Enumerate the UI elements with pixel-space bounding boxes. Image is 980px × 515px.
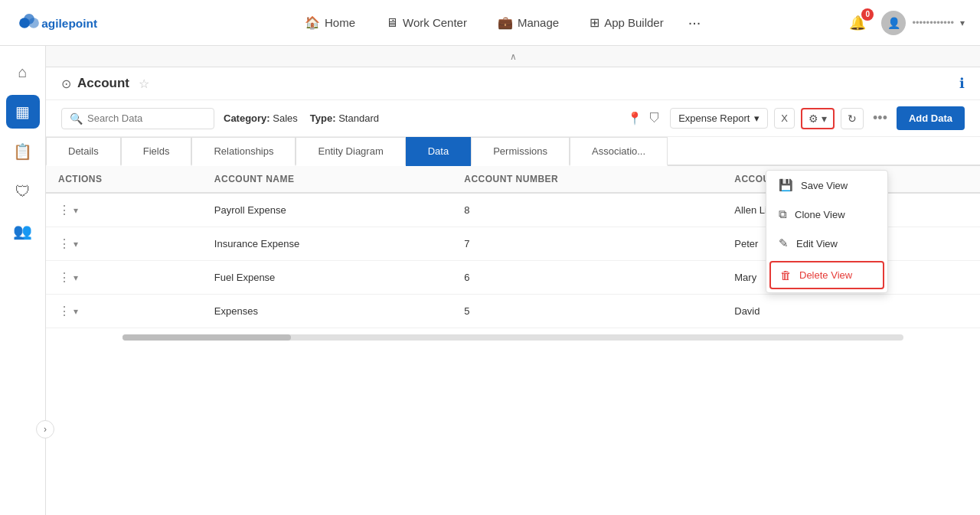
clone-icon: ⧉ <box>779 207 787 221</box>
row-account-number: 7 <box>452 227 722 261</box>
row-expand-button[interactable]: ▾ <box>74 306 78 317</box>
row-actions: ⋮ ▾ <box>46 227 202 261</box>
nav-app-builder[interactable]: ⊞ App Builder <box>577 9 676 36</box>
grid-icon: ⊞ <box>590 15 599 30</box>
delete-icon: 🗑 <box>780 269 792 282</box>
shield-sidebar-icon: 🛡 <box>15 183 31 200</box>
nav-home-label: Home <box>325 16 355 29</box>
row-account-name: Fuel Expense <box>202 261 452 295</box>
nav-manage[interactable]: 💼 Manage <box>485 9 571 36</box>
row-expand-button[interactable]: ▾ <box>74 205 78 216</box>
settings-chevron: ▾ <box>822 112 827 125</box>
chevron-up-icon: ∧ <box>510 51 517 62</box>
info-icon[interactable]: ℹ <box>959 75 965 92</box>
sidebar-item-home[interactable]: ⌂ <box>6 55 40 89</box>
tab-data[interactable]: Data <box>406 137 471 166</box>
chevron-down-icon: ▾ <box>960 18 965 28</box>
home-sidebar-icon: ⌂ <box>18 64 27 81</box>
layout: ⌂ ▦ 📋 🛡 👥 › ∧ ⊙ Account ☆ ℹ <box>0 46 980 515</box>
reports-sidebar-icon: 📋 <box>13 142 32 161</box>
add-data-button[interactable]: Add Data <box>897 106 965 130</box>
nav-home[interactable]: 🏠 Home <box>292 9 368 36</box>
sidebar-item-data[interactable]: ▦ <box>6 95 40 129</box>
back-button[interactable]: ⊙ <box>61 77 71 91</box>
excel-button[interactable]: X <box>774 108 795 129</box>
nav-more-button[interactable]: ··· <box>682 11 707 34</box>
dropdown-edit-view[interactable]: ✎ Edit View <box>766 229 887 258</box>
row-account-name: Expenses <box>202 295 452 328</box>
tab-details[interactable]: Details <box>46 137 121 166</box>
search-input[interactable] <box>87 112 194 124</box>
more-options-button[interactable]: ••• <box>870 110 890 126</box>
table-row: ⋮ ▾ Expenses 5 David <box>46 295 980 328</box>
users-sidebar-icon: 👥 <box>13 222 32 240</box>
save-icon: 💾 <box>779 178 793 192</box>
page-header: ⊙ Account ☆ ℹ <box>46 67 980 100</box>
row-actions: ⋮ ▾ <box>46 295 202 328</box>
main-nav: 🏠 Home 🖥 Work Center 💼 Manage ⊞ App Buil… <box>153 9 846 36</box>
row-account-owner: David <box>722 295 980 328</box>
toolbar: 🔍 Category: Sales Type: Standard 📍 ⛉ Exp… <box>46 100 980 137</box>
category-value: Sales <box>273 112 298 124</box>
sidebar-item-reports[interactable]: 📋 <box>6 135 40 168</box>
category-filter: Category: Sales <box>220 112 301 124</box>
dropdown-delete-view[interactable]: 🗑 Delete View <box>769 261 884 289</box>
horizontal-scrollbar[interactable] <box>122 334 903 341</box>
category-label: Category: <box>224 112 270 124</box>
location-icon[interactable]: 📍 <box>627 111 642 125</box>
tab-fields[interactable]: Fields <box>121 137 192 166</box>
nav-right: 🔔 0 👤 •••••••••••• ▾ <box>846 11 965 35</box>
filter-icon[interactable]: ⛉ <box>648 112 661 125</box>
gear-icon: ⚙ <box>808 112 818 125</box>
monitor-icon: 🖥 <box>386 16 398 30</box>
sidebar-expand-button[interactable]: › <box>36 420 54 438</box>
tab-associations[interactable]: Associatio... <box>570 137 668 166</box>
row-dots-button[interactable]: ⋮ <box>58 270 70 285</box>
sidebar: ⌂ ▦ 📋 🛡 👥 › <box>0 46 46 515</box>
user-menu[interactable]: 👤 •••••••••••• ▾ <box>881 11 965 35</box>
refresh-button[interactable]: ↻ <box>841 108 864 129</box>
col-header-actions: ACTIONS <box>46 166 202 193</box>
type-value: Standard <box>338 112 379 124</box>
favorite-icon[interactable]: ☆ <box>139 77 149 91</box>
data-sidebar-icon: ▦ <box>15 103 30 121</box>
clone-view-label: Clone View <box>795 209 845 220</box>
user-name: •••••••••••• <box>912 17 954 28</box>
dropdown-menu: 💾 Save View ⧉ Clone View ✎ Edit View 🗑 D… <box>766 170 888 293</box>
dropdown-clone-view[interactable]: ⧉ Clone View <box>766 200 887 229</box>
tab-permissions[interactable]: Permissions <box>471 137 570 166</box>
save-view-label: Save View <box>801 180 848 191</box>
row-actions: ⋮ ▾ <box>46 193 202 227</box>
tab-relationships[interactable]: Relationships <box>191 137 296 166</box>
dropdown-save-view[interactable]: 💾 Save View <box>766 171 887 200</box>
view-dropdown-chevron: ▾ <box>754 112 760 124</box>
scrollbar-thumb[interactable] <box>122 334 291 341</box>
sidebar-item-users[interactable]: 👥 <box>6 214 40 248</box>
row-account-name: Payroll Expense <box>202 193 452 227</box>
top-nav: agilepoint 🏠 Home 🖥 Work Center 💼 Manage… <box>0 0 980 46</box>
col-header-account-number: Account Number <box>452 166 722 193</box>
settings-button[interactable]: ⚙ ▾ <box>801 108 835 129</box>
type-label: Type: <box>310 112 336 124</box>
notification-button[interactable]: 🔔 0 <box>846 11 869 34</box>
type-filter: Type: Standard <box>307 112 382 124</box>
row-expand-button[interactable]: ▾ <box>74 239 78 249</box>
row-expand-button[interactable]: ▾ <box>74 272 78 283</box>
row-dots-button[interactable]: ⋮ <box>58 304 70 318</box>
collapse-bar[interactable]: ∧ <box>46 46 980 67</box>
row-dots-button[interactable]: ⋮ <box>58 236 70 251</box>
view-selector[interactable]: Expense Report ▾ <box>670 108 768 129</box>
sidebar-item-shield[interactable]: 🛡 <box>6 174 40 208</box>
svg-text:agilepoint: agilepoint <box>41 17 97 30</box>
tab-entity-diagram[interactable]: Entity Diagram <box>296 137 405 166</box>
row-dots-button[interactable]: ⋮ <box>58 203 70 217</box>
col-header-account-name: Account Name <box>202 166 452 193</box>
svg-point-2 <box>24 14 34 24</box>
avatar: 👤 <box>881 11 906 35</box>
search-icon: 🔍 <box>70 112 83 125</box>
nav-work-center[interactable]: 🖥 Work Center <box>374 10 479 36</box>
logo: agilepoint <box>15 9 107 37</box>
tabs: Details Fields Relationships Entity Diag… <box>46 137 980 166</box>
row-account-number: 6 <box>452 261 722 295</box>
delete-view-label: Delete View <box>799 269 852 281</box>
